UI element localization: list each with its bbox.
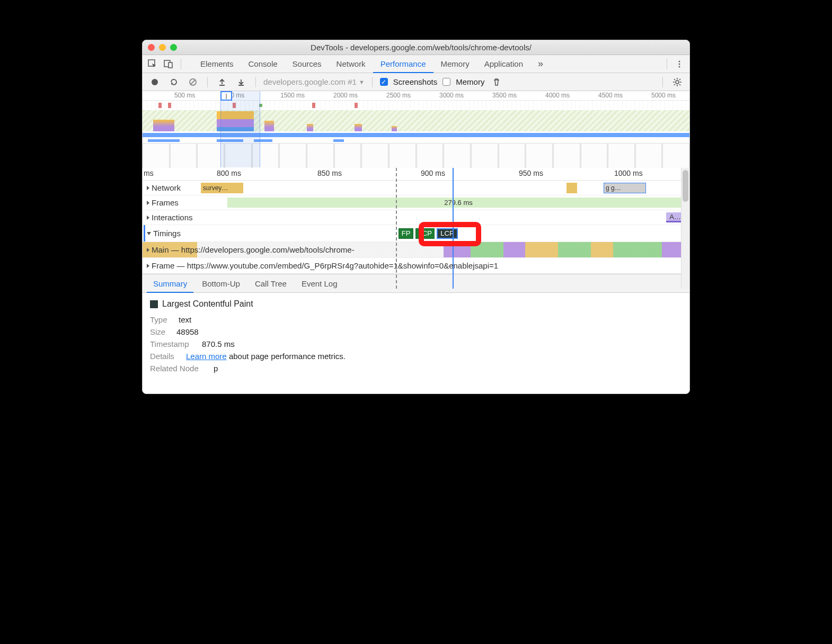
screenshots-label: Screenshots (393, 77, 437, 86)
frame-duration-value: 279.6 ms (444, 199, 472, 207)
track-frames-label: Frames (152, 198, 179, 207)
summary-timestamp-key: Timestamp (150, 339, 197, 348)
tab-memory[interactable]: Memory (433, 55, 477, 73)
screenshots-checkbox[interactable]: ✓ (380, 78, 388, 86)
hover-time-indicator (396, 168, 397, 289)
svg-point-6 (152, 79, 158, 85)
track-frames[interactable]: Frames 279.6 ms (143, 195, 689, 210)
track-main[interactable]: Main — https://developers.google.com/web… (143, 242, 689, 258)
tab-sources[interactable]: Sources (285, 55, 329, 73)
performance-toolbar: developers.google.com #1 ▼ ✓ Screenshots… (143, 73, 689, 91)
tabs-overflow-icon[interactable]: » (530, 55, 551, 73)
tab-call-tree[interactable]: Call Tree (249, 274, 293, 293)
summary-timestamp-value: 870.5 ms (202, 339, 235, 348)
expand-icon[interactable] (147, 248, 149, 252)
summary-pane: Largest Contentful Paint Typetext Size48… (143, 293, 689, 393)
track-network[interactable]: Network survey… g g… (143, 181, 689, 195)
recording-select-label: developers.google.com #1 (263, 77, 357, 86)
inspect-element-icon[interactable] (146, 57, 160, 71)
tab-summary[interactable]: Summary (147, 274, 193, 293)
collapse-icon[interactable] (147, 232, 151, 235)
svg-line-17 (679, 84, 680, 85)
track-timings-label: Timings (153, 229, 181, 238)
summary-color-swatch (150, 300, 158, 308)
frame-duration-bar[interactable]: 279.6 ms (227, 198, 689, 208)
summary-size-key: Size (150, 327, 171, 336)
tab-bottom-up[interactable]: Bottom-Up (196, 274, 246, 293)
track-interactions[interactable]: Interactions A… (143, 210, 689, 225)
tab-application[interactable]: Application (477, 55, 530, 73)
window-title: DevTools - developers.google.com/web/too… (158, 43, 684, 52)
svg-point-3 (679, 60, 680, 62)
expand-icon[interactable] (147, 201, 149, 205)
learn-more-link[interactable]: Learn more (186, 352, 227, 361)
svg-line-8 (191, 80, 195, 84)
tab-elements[interactable]: Elements (193, 55, 241, 73)
overview-selection-handle-left[interactable]: | (220, 91, 232, 101)
garbage-collect-icon[interactable] (490, 75, 503, 89)
window-titlebar: DevTools - developers.google.com/web/too… (143, 40, 689, 55)
main-tabs-row: Elements Console Sources Network Perform… (143, 55, 689, 73)
memory-checkbox[interactable] (442, 78, 450, 86)
svg-line-19 (679, 79, 680, 80)
timing-fp-marker[interactable]: FP (399, 228, 413, 239)
svg-point-5 (679, 66, 680, 67)
summary-title-row: Largest Contentful Paint (150, 299, 682, 309)
summary-related-value: p (214, 364, 218, 373)
expand-icon[interactable] (147, 264, 149, 268)
expand-icon[interactable] (147, 186, 149, 190)
network-item-gg[interactable]: g g… (604, 183, 646, 193)
track-network-label: Network (152, 183, 181, 192)
overview-selection[interactable] (220, 91, 260, 167)
track-selected-indicator (144, 225, 145, 241)
summary-size-value: 48958 (176, 327, 199, 336)
tab-console[interactable]: Console (241, 55, 285, 73)
tab-performance[interactable]: Performance (373, 55, 433, 73)
network-item-small[interactable] (567, 183, 577, 193)
devtools-window: DevTools - developers.google.com/web/too… (142, 40, 690, 394)
summary-details-key: Details (150, 352, 181, 361)
capture-settings-icon[interactable] (670, 75, 684, 89)
dropdown-triangle-icon: ▼ (359, 79, 365, 85)
summary-type-key: Type (150, 315, 173, 324)
timeline-overview[interactable]: 500 ms 000 ms 1500 ms 2000 ms 2500 ms 30… (143, 91, 689, 168)
flame-chart-area: ms 800 ms 850 ms 900 ms 950 ms 1000 ms N… (143, 168, 689, 274)
panel-tabs: Elements Console Sources Network Perform… (193, 55, 661, 73)
track-interactions-label: Interactions (152, 213, 193, 222)
svg-point-4 (679, 63, 680, 65)
tab-event-log[interactable]: Event Log (295, 274, 344, 293)
summary-title: Largest Contentful Paint (162, 299, 253, 309)
memory-label: Memory (456, 77, 484, 86)
svg-line-16 (674, 79, 675, 80)
track-main-label: Main — https://developers.google.com/web… (152, 245, 355, 254)
summary-type-value: text (179, 315, 191, 324)
svg-point-11 (676, 80, 679, 84)
tab-network[interactable]: Network (329, 55, 373, 73)
window-close-button[interactable] (148, 44, 155, 51)
upload-profile-button[interactable] (215, 75, 229, 89)
summary-details-text: about page performance metrics. (227, 352, 346, 361)
expand-icon[interactable] (147, 216, 149, 220)
detail-scrollbar[interactable] (681, 168, 689, 289)
recording-select[interactable]: developers.google.com #1 ▼ (263, 77, 365, 86)
svg-line-18 (674, 84, 675, 85)
device-toggle-icon[interactable] (162, 57, 175, 71)
detail-ruler: ms 800 ms 850 ms 900 ms 950 ms 1000 ms (143, 168, 689, 181)
clear-button[interactable] (186, 75, 200, 89)
reload-record-button[interactable] (167, 75, 181, 89)
record-button[interactable] (148, 75, 162, 89)
summary-related-key: Related Node (150, 364, 208, 373)
track-timings[interactable]: Timings FP FCP LCP (143, 225, 689, 242)
details-tabs: Summary Bottom-Up Call Tree Event Log (143, 274, 689, 293)
track-frame-label: Frame — https://www.youtube.com/embed/G_… (152, 261, 498, 270)
svg-rect-2 (169, 62, 172, 68)
kebab-menu-icon[interactable] (672, 57, 686, 71)
track-frame-youtube[interactable]: Frame — https://www.youtube.com/embed/G_… (143, 258, 689, 274)
download-profile-button[interactable] (234, 75, 248, 89)
network-item[interactable]: survey… (201, 183, 243, 193)
annotation-highlight-box (419, 222, 481, 246)
